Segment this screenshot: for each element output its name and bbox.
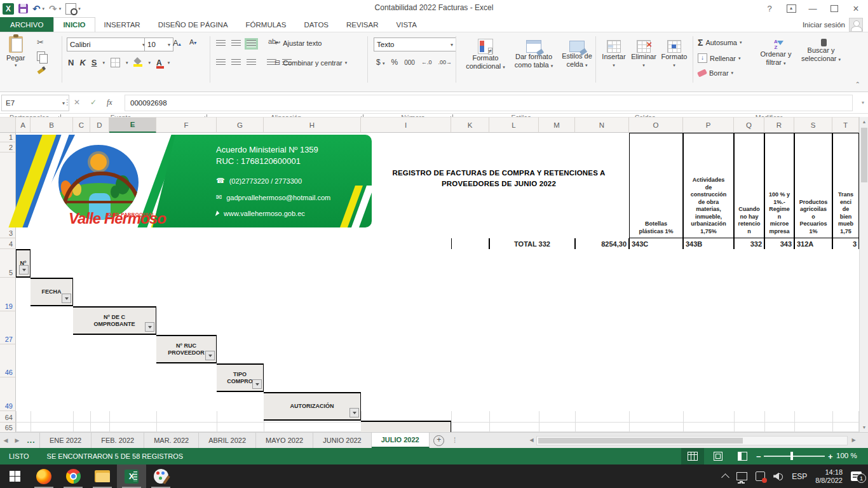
filter-dropdown-button[interactable] (62, 294, 71, 303)
sheet-tab-mar-2022[interactable]: MAR. 2022 (144, 433, 199, 448)
sheet-tab-feb-2022[interactable]: FEB. 2022 (92, 433, 144, 448)
row-header-19[interactable]: 19 (0, 278, 16, 311)
filter-dropdown-button[interactable] (252, 379, 262, 389)
column-header-P[interactable]: P (683, 117, 734, 133)
column-header-C[interactable]: C (73, 117, 90, 133)
column-header-N[interactable]: N (575, 117, 629, 133)
sheet-tab-abril-2022[interactable]: ABRIL 2022 (199, 433, 256, 448)
sheet-grid: ABCDEFGHIKLMNOPQRST12345192746496465Bote… (0, 0, 868, 488)
zoom-slider-thumb[interactable] (790, 452, 793, 460)
select-all-corner[interactable] (0, 117, 16, 133)
column-header-E[interactable]: E (109, 117, 156, 133)
tax-header-P: Actividadesdeconstrucciónde obramaterias… (683, 133, 734, 238)
taskbar-chrome[interactable] (58, 464, 88, 488)
total-label: TOTAL 332 (489, 238, 575, 249)
filter-dropdown-button[interactable] (205, 351, 215, 360)
banner-web: www.vallehermoso.gob.ec (224, 210, 305, 217)
zoom-in-icon[interactable]: + (828, 452, 833, 461)
page-layout-view-icon[interactable] (707, 448, 729, 464)
zoom-slider-track[interactable] (764, 456, 825, 457)
column-header-M[interactable]: M (539, 117, 575, 133)
scroll-down-icon[interactable]: ▼ (860, 423, 868, 432)
column-header-H[interactable]: H (264, 117, 361, 133)
taskbar-excel[interactable]: X (117, 464, 146, 488)
tabs-more-icon[interactable]: ... (23, 433, 39, 448)
notification-badge: 1 (857, 473, 866, 483)
taskbar-firefox[interactable] (29, 464, 58, 488)
sheet-tab-ene-2022[interactable]: ENE 2022 (39, 433, 92, 448)
column-header-S[interactable]: S (794, 117, 832, 133)
normal-view-icon[interactable] (681, 448, 704, 464)
clock[interactable]: 14:18 8/8/2022 (815, 468, 843, 485)
table-header-F: Nº RUCPROVEEDOR (156, 335, 217, 363)
column-header-K[interactable]: K (451, 117, 489, 133)
add-sheet-button[interactable]: + (430, 433, 449, 448)
zoom-out-icon[interactable]: − (756, 452, 761, 461)
column-header-Q[interactable]: Q (734, 117, 764, 133)
firefox-icon (36, 469, 51, 484)
cursor-icon (215, 210, 220, 217)
sheet-tab-julio-2022[interactable]: JULIO 2022 (372, 433, 430, 448)
bridge-arc (62, 172, 140, 211)
row-header-5[interactable]: 5 (0, 249, 16, 278)
column-header-B[interactable]: B (31, 117, 73, 133)
tax-header-T: Transencidebienmueb1,75 (832, 133, 859, 238)
column-header-T[interactable]: T (832, 117, 859, 133)
tab-splitter-icon[interactable]: ⁞ (449, 433, 461, 448)
tabs-scroll-right-icon[interactable]: ▶ (11, 433, 23, 448)
vertical-scrollbar[interactable]: ▲ ▼ (859, 117, 868, 432)
filter-dropdown-button[interactable] (145, 322, 154, 332)
column-header-O[interactable]: O (629, 117, 683, 133)
filter-dropdown-button[interactable] (349, 408, 359, 417)
paint-icon (154, 469, 168, 484)
row-header-49[interactable]: 49 (0, 377, 16, 411)
action-center-icon[interactable] (756, 471, 765, 481)
vertical-scroll-thumb[interactable] (861, 128, 867, 182)
taskbar-file-explorer[interactable] (88, 464, 117, 488)
horizontal-scroll-thumb[interactable] (538, 438, 743, 444)
tax-code-P: 343B (683, 238, 734, 249)
row-header-1[interactable]: 1 (0, 133, 16, 142)
filter-dropdown-button[interactable] (19, 265, 29, 274)
banner-email: gadprvallehermoso@hotmail.com (226, 194, 330, 201)
notifications-icon[interactable]: 1 (851, 471, 862, 481)
hscroll-right-icon[interactable]: ▶ (850, 436, 858, 444)
column-header-F[interactable]: F (156, 117, 217, 133)
row-header-27[interactable]: 27 (0, 311, 16, 344)
hscroll-left-icon[interactable]: ◀ (527, 436, 536, 444)
table-header-A: Nº (16, 249, 31, 278)
tax-code-O: 343C (629, 238, 683, 249)
chrome-icon (66, 469, 81, 484)
volume-icon[interactable] (773, 473, 783, 480)
row-header-65[interactable]: 65 (0, 423, 16, 433)
column-header-R[interactable]: R (764, 117, 794, 133)
sheet-tab-mayo-2022[interactable]: MAYO 2022 (256, 433, 313, 448)
file-explorer-icon (95, 470, 110, 482)
tax-code-T: 3 (832, 238, 859, 249)
page-break-view-icon[interactable] (731, 448, 754, 464)
tabs-scroll-left-icon[interactable]: ◀ (0, 433, 11, 448)
sheet-tab-junio-2022[interactable]: JUNIO 2022 (313, 433, 372, 448)
language-indicator[interactable]: ESP (792, 472, 807, 481)
taskbar-paint[interactable] (146, 464, 175, 488)
row-header-4[interactable]: 4 (0, 238, 16, 249)
column-header-I[interactable]: I (361, 117, 451, 133)
horizontal-scrollbar[interactable]: ◀ ▶ (527, 434, 858, 446)
column-header-D[interactable]: D (90, 117, 109, 133)
scroll-up-icon[interactable]: ▲ (860, 117, 868, 126)
hidden-icons-chevron[interactable] (721, 473, 729, 482)
network-icon[interactable] (736, 472, 747, 480)
table-header-G: TIPOCOMPRO (217, 363, 264, 392)
row-header-46[interactable]: 46 (0, 344, 16, 377)
column-header-L[interactable]: L (489, 117, 539, 133)
tax-code-S: 312A (794, 238, 832, 249)
start-button[interactable] (0, 464, 29, 488)
tax-header-S: ProductosagricoilasoPecuarios1% (794, 133, 832, 238)
row-header-2[interactable]: 2 (0, 142, 16, 152)
column-header-A[interactable]: A (16, 117, 31, 133)
row-header-64[interactable]: 64 (0, 411, 16, 423)
phone-icon: ☎ (216, 177, 225, 185)
column-header-G[interactable]: G (217, 117, 264, 133)
zoom-percent[interactable]: 100 % (836, 452, 857, 459)
excel-window: X ↶▾ ↷▾ ▾ Contabilidad 2022 Facturas - E… (0, 0, 868, 488)
